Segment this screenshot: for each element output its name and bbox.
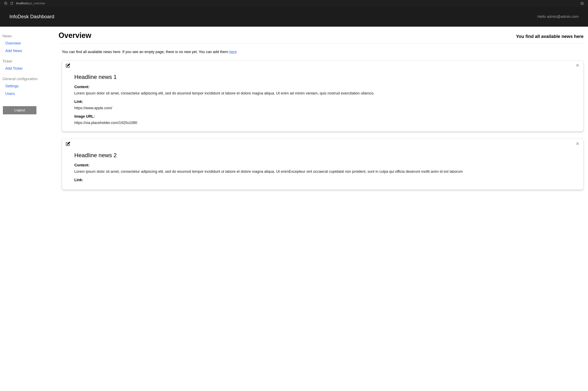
image-url-value: https://via.placeholder.com/1920x1080 — [74, 120, 571, 125]
edit-icon — [66, 65, 70, 68]
card-headline: Headline news 2 — [74, 152, 571, 159]
sidebar-link-settings[interactable]: Settings — [2, 82, 51, 90]
edit-button[interactable] — [65, 63, 71, 69]
user-greeting: Hello admin@admin.com — [537, 14, 579, 19]
content-label: Content: — [74, 163, 571, 167]
main-content: Overview You find all available news her… — [53, 27, 588, 205]
app-header: InfoDesk Dashboard Hello admin@admin.com — [0, 6, 588, 27]
page-heading: Overview — [59, 31, 91, 40]
sidebar-section-news: News — [2, 33, 51, 40]
logout-button[interactable]: Logout — [3, 106, 36, 114]
close-button[interactable] — [575, 63, 580, 68]
link-label: Link: — [74, 178, 571, 182]
intro-text-prefix: You can find all available news here. If… — [62, 50, 229, 54]
card-headline: Headline news 1 — [74, 74, 571, 80]
url-host: localhost — [16, 2, 27, 5]
url-text[interactable]: localhost/gui_overview — [16, 2, 45, 5]
page-icon — [10, 2, 13, 5]
sidebar-link-users[interactable]: Users — [2, 90, 51, 98]
close-icon — [576, 143, 580, 146]
url-path: /gui_overview — [27, 2, 45, 5]
content-value: Lorem ipsum dolor sit amet, consectetur … — [74, 91, 571, 96]
image-url-label: Image URL: — [74, 114, 571, 119]
link-value: https://www.apple.com/ — [74, 105, 571, 111]
sidebar-section-ticker: Ticker — [2, 58, 51, 65]
news-card: Headline news 2 Content: Lorem ipsum dol… — [62, 139, 584, 190]
intro-text: You can find all available news here. If… — [62, 50, 584, 54]
sidebar-link-overview[interactable]: Overview — [2, 40, 51, 47]
news-card: Headline news 1 Content: Lorem ipsum dol… — [62, 60, 584, 132]
sidebar-link-add-ticker[interactable]: Add Ticker — [2, 65, 51, 72]
shield-off-icon — [4, 2, 7, 5]
close-button[interactable] — [575, 141, 580, 147]
link-label: Link: — [74, 99, 571, 104]
sidebar-section-general: General configuration — [2, 76, 51, 82]
page-subheading: You find all available news here — [516, 34, 584, 39]
sidebar-link-add-news[interactable]: Add News — [2, 47, 51, 55]
sidebar: News Overview Add News Ticker Add Ticker… — [0, 27, 53, 205]
close-icon — [576, 65, 580, 68]
content-label: Content: — [74, 85, 571, 89]
app-title: InfoDesk Dashboard — [9, 14, 54, 19]
content-value: Lorem ipsum dolor sit amet, consectetur … — [74, 169, 571, 174]
svg-marker-1 — [581, 2, 584, 4]
edit-icon — [66, 144, 70, 147]
browser-address-bar: localhost/gui_overview — [0, 0, 588, 6]
bookmark-star-icon[interactable] — [581, 2, 584, 5]
intro-add-link[interactable]: here — [229, 50, 237, 54]
edit-button[interactable] — [65, 141, 71, 147]
